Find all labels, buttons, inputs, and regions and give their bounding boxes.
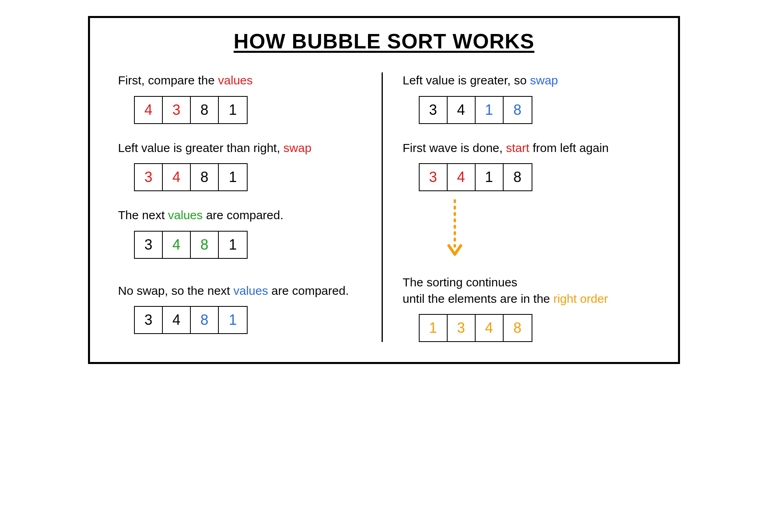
step-1: First, compare the values 4 3 8 1: [118, 72, 366, 124]
highlight: start: [506, 141, 529, 154]
highlight: swap: [530, 74, 558, 87]
text: First wave is done,: [403, 141, 506, 154]
step-5-caption: Left value is greater, so swap: [403, 72, 650, 89]
cell: 1: [219, 164, 247, 190]
step-2-caption: Left value is greater than right, swap: [118, 140, 366, 156]
step-4: No swap, so the next values are compared…: [118, 283, 366, 334]
step-6-caption: First wave is done, start from left agai…: [403, 140, 650, 156]
text: No swap, so the next: [118, 284, 234, 297]
step-2: Left value is greater than right, swap 3…: [118, 140, 366, 192]
cell: 4: [163, 232, 191, 258]
step-7: The sorting continues until the elements…: [403, 274, 650, 342]
highlight: swap: [284, 141, 312, 154]
text: Left value is greater than right,: [118, 141, 284, 154]
cell: 3: [448, 315, 476, 341]
cell: 4: [476, 315, 504, 341]
text: are compared.: [203, 208, 284, 222]
cell: 1: [476, 164, 504, 190]
text: until the elements are in the: [403, 292, 554, 305]
diagram-title: HOW BUBBLE SORT WORKS: [110, 29, 658, 53]
array-2: 3 4 8 1: [134, 163, 248, 191]
step-1-caption: First, compare the values: [118, 72, 366, 89]
cell: 8: [191, 232, 219, 258]
step-3-caption: The next values are compared.: [118, 207, 366, 224]
cell: 4: [448, 97, 476, 123]
cell: 8: [191, 164, 219, 190]
array-5: 3 4 1 8: [419, 96, 532, 124]
cell: 3: [163, 97, 191, 123]
array-1: 4 3 8 1: [134, 96, 248, 124]
step-5: Left value is greater, so swap 3 4 1 8: [403, 72, 650, 124]
cell: 3: [135, 164, 163, 190]
cell: 1: [219, 307, 247, 333]
cell: 8: [504, 315, 532, 341]
column-left: First, compare the values 4 3 8 1 Left v…: [110, 72, 383, 342]
step-6: First wave is done, start from left agai…: [403, 140, 650, 259]
arrow-down-icon: [447, 198, 463, 258]
cell: 8: [191, 307, 219, 333]
cell: 1: [219, 232, 247, 258]
cell: 8: [191, 97, 219, 123]
array-4: 3 4 8 1: [134, 306, 248, 334]
array-3: 3 4 8 1: [134, 231, 248, 259]
step-3: The next values are compared. 3 4 8 1: [118, 207, 366, 259]
text: The next: [118, 208, 168, 222]
highlight: values: [168, 208, 203, 222]
cell: 3: [135, 307, 163, 333]
cell: 4: [163, 164, 191, 190]
column-right: Left value is greater, so swap 3 4 1 8 F…: [383, 72, 658, 342]
cell: 3: [420, 97, 448, 123]
step-4-caption: No swap, so the next values are compared…: [118, 283, 366, 299]
cell: 3: [420, 164, 448, 190]
highlight: values: [234, 284, 268, 297]
text: First, compare the: [118, 74, 218, 87]
cell: 4: [448, 164, 476, 190]
cell: 8: [504, 97, 532, 123]
diagram-frame: HOW BUBBLE SORT WORKS First, compare the…: [88, 16, 680, 364]
cell: 1: [420, 315, 448, 341]
step-7-caption: The sorting continues until the elements…: [403, 274, 650, 307]
cell: 1: [219, 97, 247, 123]
highlight: right order: [553, 292, 608, 305]
continues-arrow: [447, 198, 650, 258]
cell: 8: [504, 164, 532, 190]
text: The sorting continues: [403, 276, 518, 289]
cell: 4: [135, 97, 163, 123]
cell: 3: [135, 232, 163, 258]
array-7: 1 3 4 8: [419, 314, 532, 342]
text: Left value is greater, so: [403, 74, 530, 87]
cell: 4: [163, 307, 191, 333]
text: are compared.: [268, 284, 349, 297]
text: from left again: [529, 141, 608, 154]
array-6: 3 4 1 8: [419, 163, 532, 191]
highlight: values: [218, 74, 253, 87]
cell: 1: [476, 97, 504, 123]
columns: First, compare the values 4 3 8 1 Left v…: [110, 72, 658, 342]
